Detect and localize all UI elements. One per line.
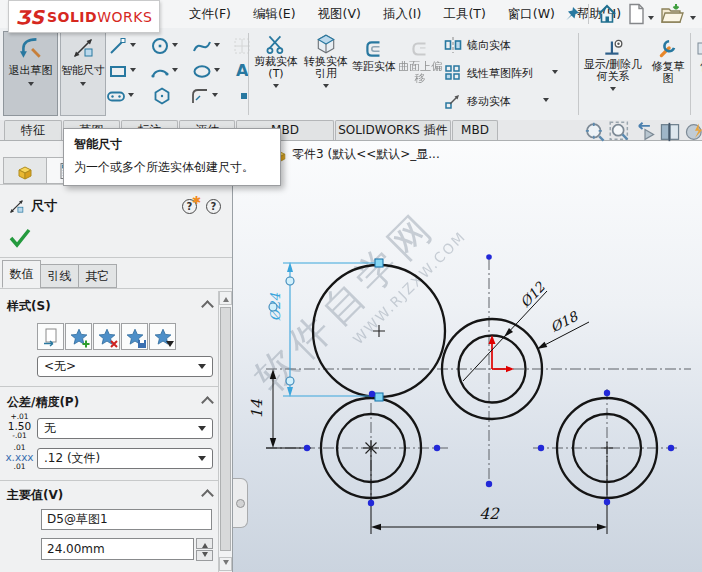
panel-scrollbar[interactable] — [218, 291, 232, 572]
pin-icon[interactable] — [565, 6, 580, 24]
zoom-to-area-icon[interactable] — [609, 121, 631, 146]
precision-icon: .01 x.xxx .01 — [3, 444, 36, 471]
line-tool[interactable] — [108, 36, 136, 56]
panel-divider-2 — [0, 257, 232, 258]
display-relations-dropdown-icon[interactable] — [610, 87, 616, 94]
home-icon[interactable] — [596, 3, 618, 28]
ellipse-tool[interactable] — [192, 61, 220, 81]
dimension-icon — [8, 198, 25, 215]
tab-features[interactable]: 特征 — [4, 120, 62, 140]
apply-default-style-button[interactable] — [37, 323, 64, 350]
menu-tools[interactable]: 工具(T) — [432, 0, 496, 28]
polygon-tool[interactable] — [152, 86, 172, 106]
panel-splitter-handle[interactable] — [233, 478, 248, 528]
style-dropdown[interactable]: <无> — [37, 356, 213, 377]
tolerance-section-header[interactable]: 公差/精度(P) — [7, 394, 79, 411]
scrollbar-thumb[interactable] — [220, 307, 231, 551]
rectangle-tool[interactable] — [108, 61, 136, 81]
sketch-picture-tool — [232, 36, 252, 56]
property-manager-panel: Φ 尺寸 ?✱ ? 数值 引线 其它 样式(S) — [0, 141, 233, 572]
section-view-icon[interactable] — [659, 121, 681, 146]
move-entities-dropdown-icon[interactable] — [543, 98, 549, 105]
tolerance-collapse-icon[interactable] — [201, 396, 214, 409]
slot-tool[interactable] — [106, 86, 134, 106]
delete-style-button[interactable] — [93, 323, 120, 350]
exit-sketch-dropdown-icon[interactable] — [28, 82, 34, 89]
panel-divider-4 — [0, 386, 232, 387]
style-dropdown-value: <无> — [44, 358, 76, 375]
circle-icon — [150, 36, 170, 56]
smart-dimension-tooltip: 智能尺寸 为一个或多个所选实体创建尺寸。 — [63, 128, 281, 186]
help-icon[interactable]: ? — [206, 199, 221, 214]
spin-down-button[interactable] — [196, 550, 213, 561]
menu-view[interactable]: 视图(V) — [307, 0, 372, 28]
add-style-button[interactable] — [65, 323, 92, 350]
dimension-value-input[interactable]: 24.00mm — [41, 538, 194, 560]
tab-leaders[interactable]: 引线 — [40, 264, 79, 288]
tab-other[interactable]: 其它 — [78, 264, 117, 288]
sketch-canvas[interactable]: 软件自学网 WWW.RJZXW.COM — [233, 141, 702, 572]
save-style-button[interactable] — [121, 323, 148, 350]
menu-file[interactable]: 文件(F) — [178, 0, 242, 28]
dim-d18[interactable]: Ø18 — [537, 307, 589, 349]
convert-entities-button[interactable]: 转换实体引用 — [302, 33, 350, 91]
scroll-up-button[interactable] — [219, 291, 232, 305]
spin-up-button[interactable] — [196, 538, 213, 549]
smart-dimension-button[interactable]: 智能尺寸 — [60, 31, 106, 116]
smart-dimension-label: 智能尺寸 — [61, 65, 105, 78]
linear-pattern-button[interactable]: 线性草图阵列 — [444, 59, 558, 87]
text-tool[interactable]: A — [236, 61, 248, 80]
quick-snaps-button[interactable]: 快 — [693, 38, 702, 73]
open-document-icon[interactable] — [660, 3, 684, 28]
zoom-to-fit-icon[interactable] — [584, 121, 606, 146]
repair-sketch-button[interactable]: 修复草图 — [648, 38, 688, 86]
mirror-entities-button[interactable]: 镜向实体 — [444, 31, 558, 59]
tolerance-dropdown[interactable]: 无 — [37, 418, 213, 439]
primary-value-collapse-icon[interactable] — [201, 489, 214, 502]
display-delete-relations-button[interactable]: 显示/删除几何关系 — [582, 36, 644, 94]
whats-new-help-icon[interactable]: ?✱ — [182, 199, 197, 214]
dim-42[interactable]: 42 — [371, 456, 607, 534]
offset-entities-icon — [363, 38, 385, 60]
feature-manager-tab[interactable] — [3, 157, 47, 184]
panel-divider-3 — [0, 288, 232, 289]
trim-entities-button[interactable]: 剪裁实体(T) — [252, 33, 300, 91]
convert-dropdown-icon[interactable] — [323, 84, 329, 91]
menu-insert[interactable]: 插入(I) — [372, 0, 432, 28]
primary-value-section-header[interactable]: 主要值(V) — [7, 487, 63, 504]
move-entities-button[interactable]: 移动实体 — [444, 87, 558, 115]
tab-solidworks-addins[interactable]: SOLIDWORKS 插件 — [335, 120, 451, 140]
menu-window[interactable]: 窗口(W) — [497, 0, 566, 28]
feature-tree-header[interactable]: 零件3 (默认<<默认>_显... — [257, 146, 440, 163]
open-document-dropdown-icon[interactable] — [690, 12, 696, 26]
new-document-icon[interactable] — [626, 3, 646, 28]
style-section-header[interactable]: 样式(S) — [7, 298, 51, 315]
trim-dropdown-icon[interactable] — [273, 84, 279, 91]
circle-tool[interactable] — [150, 36, 178, 56]
menu-edit[interactable]: 编辑(E) — [242, 0, 307, 28]
dim-d12[interactable]: Ø12 — [463, 278, 549, 381]
style-buttons — [37, 323, 177, 350]
tab-value[interactable]: 数值 — [2, 260, 41, 288]
arc-tool[interactable] — [150, 61, 178, 81]
style-collapse-icon[interactable] — [201, 300, 214, 313]
dimension-name-input[interactable]: D5@草图1 — [41, 509, 212, 530]
offset-entities-button[interactable]: 等距实体 — [352, 38, 396, 73]
scroll-down-button[interactable] — [219, 557, 232, 571]
solidworks-logo[interactable]: ƷS SOLID WORKS — [8, 0, 160, 33]
load-style-button[interactable] — [149, 323, 176, 350]
tab-mbd[interactable]: MBD — [452, 120, 498, 140]
spline-icon — [192, 36, 212, 56]
fillet-tool[interactable] — [190, 86, 218, 106]
exit-sketch-button[interactable]: 退出草图 — [3, 31, 58, 116]
view-settings-icon[interactable] — [684, 121, 702, 146]
apply-default-icon — [41, 327, 61, 347]
ok-button[interactable] — [8, 227, 32, 252]
previous-view-icon[interactable] — [634, 121, 656, 146]
new-document-dropdown-icon[interactable] — [648, 12, 654, 26]
smart-dimension-dropdown-icon[interactable] — [80, 82, 86, 89]
linear-pattern-dropdown-icon[interactable] — [552, 70, 558, 77]
spline-tool[interactable] — [192, 36, 220, 56]
graphics-area[interactable]: 零件3 (默认<<默认>_显... 软件自学网 WWW.RJZXW.COM — [233, 141, 702, 572]
precision-dropdown[interactable]: .12 (文件) — [37, 448, 213, 469]
